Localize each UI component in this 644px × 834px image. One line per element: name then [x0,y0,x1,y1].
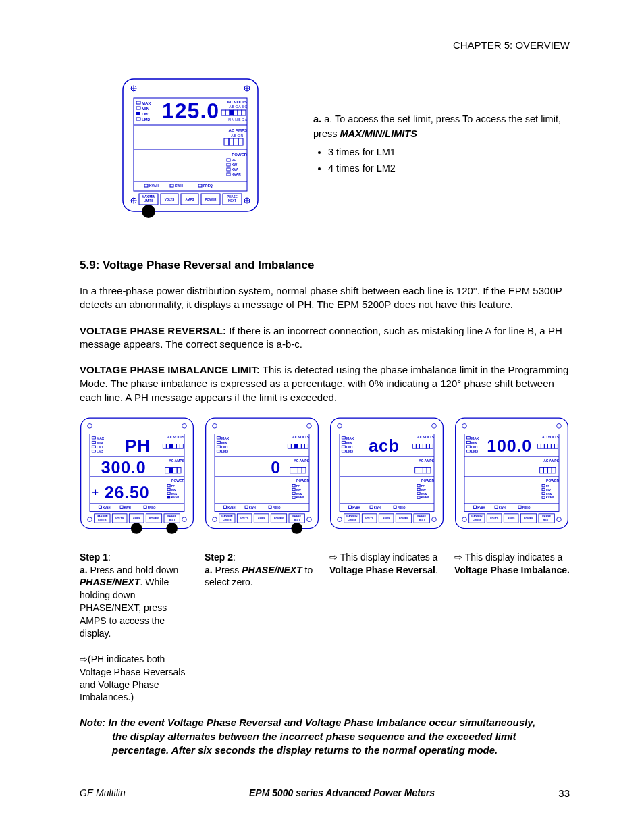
svg-text:KVA: KVA [296,492,302,495]
svg-rect-279 [542,488,545,490]
svg-rect-93 [180,444,183,448]
instruction-a: a. a. To access the set limit, press a. … [313,111,570,142]
svg-rect-90 [169,444,173,448]
svg-text:KVA: KVA [171,492,177,495]
svg-rect-265 [537,444,541,448]
svg-rect-273 [544,467,548,473]
svg-text:KVAH: KVAH [227,505,235,509]
svg-text:MAX: MAX [346,436,354,440]
svg-text:VOLTS: VOLTS [490,517,499,520]
svg-rect-142 [217,441,220,443]
svg-rect-31 [234,110,238,115]
svg-text:MIN: MIN [346,440,353,444]
svg-rect-84 [92,450,95,452]
svg-text:125.0: 125.0 [162,99,219,123]
svg-text:A  B  C  A  B  C: A B C A B C [229,105,247,109]
svg-text:POWER: POWER [296,479,309,483]
svg-text:100.0: 100.0 [487,436,532,455]
svg-text:AC AMPS: AC AMPS [543,459,560,463]
svg-text:AMPS: AMPS [133,517,140,520]
svg-rect-80 [92,441,95,443]
svg-text:PHASE: PHASE [227,195,238,199]
svg-rect-33 [242,110,246,115]
svg-text:MAX: MAX [221,436,230,440]
chapter-header: CHAPTER 5: OVERVIEW [80,39,570,51]
svg-text:LIMITS: LIMITS [144,199,154,203]
svg-rect-172 [245,506,248,508]
svg-rect-29 [225,110,230,115]
meter-figure-top: MAX MIN LM1 LM2 125.0 AC VOLTS A B C A B… [122,78,259,221]
svg-rect-42 [227,159,230,161]
svg-rect-283 [542,496,545,498]
svg-text:POWER: POWER [171,479,184,483]
svg-rect-140 [217,436,220,438]
svg-rect-23 [136,118,140,120]
svg-text:LIMITS: LIMITS [348,519,356,521]
svg-point-134 [213,517,217,522]
svg-rect-213 [429,444,433,448]
svg-text:AMPS: AMPS [383,517,390,520]
svg-rect-78 [92,436,95,438]
meter-figure-2: MAX MIN LM1 LM2 AC VOLTS 0 AC AMPS POWER… [205,417,319,536]
svg-rect-285 [473,506,476,508]
svg-point-70 [88,423,92,428]
svg-rect-198 [342,436,345,438]
svg-text:MAX: MAX [471,436,479,440]
svg-text:LM1: LM1 [471,445,478,449]
svg-text:AC VOLTS: AC VOLTS [417,435,435,439]
svg-text:KVAH: KVAH [477,505,485,509]
svg-text:AC AMPS: AC AMPS [419,459,435,463]
svg-text:A  B  C  N: A B C N [231,134,243,138]
svg-rect-159 [298,467,302,473]
svg-text:LIMITS: LIMITS [223,519,232,521]
svg-point-191 [432,423,437,428]
svg-text:AMPS: AMPS [258,517,265,520]
svg-rect-268 [547,444,551,448]
svg-rect-111 [99,506,101,508]
svg-text:KVA: KVA [232,167,239,172]
svg-rect-204 [342,450,345,452]
svg-text:LIMITS: LIMITS [98,519,107,521]
svg-point-135 [307,517,312,522]
svg-text:PF: PF [232,158,236,162]
svg-rect-82 [92,446,95,448]
svg-rect-272 [540,467,544,473]
svg-rect-266 [541,444,544,448]
svg-rect-170 [223,506,226,508]
svg-rect-174 [269,506,271,508]
step3-text: ⇨ This display indicates a Voltage Phase… [329,551,445,577]
step2-text: Step 2: a. Press PHASE/NEXT to select ze… [205,551,320,590]
svg-text:KVAH: KVAH [352,505,360,509]
svg-rect-152 [298,444,301,448]
svg-text:POWER: POWER [149,517,159,520]
svg-text:PHASE: PHASE [542,515,551,518]
section-title: 5.9: Voltage Phase Reversal and Imbalanc… [80,259,570,272]
svg-rect-226 [417,496,420,498]
svg-text:MIN: MIN [97,440,103,444]
svg-rect-50 [144,184,148,187]
svg-text:KVAH: KVAH [103,505,110,509]
svg-text:KVAH: KVAH [149,184,159,188]
bullet-lm1: 3 times for LM1 [328,145,570,159]
svg-point-250 [557,517,562,522]
note-block: Note: In the event Voltage Phase Reversa… [80,716,570,757]
svg-text:FREQ: FREQ [522,505,531,509]
svg-text:MAX/MIN: MAX/MIN [471,515,483,518]
svg-text:KVA: KVA [421,492,427,495]
svg-point-247 [462,423,467,428]
svg-text:AC VOLTS: AC VOLTS [542,435,560,439]
svg-text:PHASE: PHASE [167,515,176,518]
svg-rect-267 [544,444,547,448]
svg-rect-157 [290,467,294,473]
meter-figure-4: MAX MIN LM1 LM2 100.0 AC VOLTS AC AMPS P… [454,417,569,536]
svg-rect-21 [136,112,140,115]
svg-rect-40 [238,138,243,145]
svg-text:POWER: POWER [399,517,408,520]
svg-rect-144 [217,446,220,448]
svg-text:AC VOLTS: AC VOLTS [167,435,185,439]
svg-rect-98 [173,467,177,473]
svg-text:KWH: KWH [124,505,131,509]
svg-text:AMPS: AMPS [185,198,194,201]
svg-rect-224 [417,492,420,494]
svg-rect-151 [294,444,298,448]
